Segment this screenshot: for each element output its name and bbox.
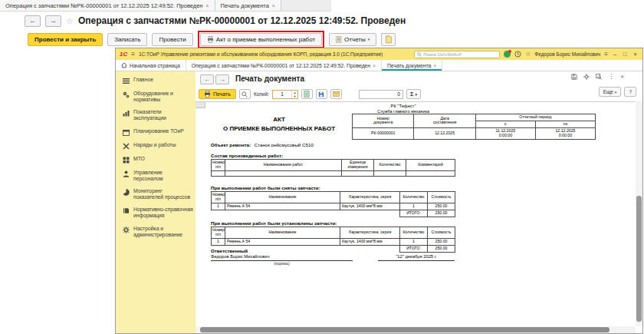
cell-num: 1: [212, 203, 225, 210]
removed-parts-table: Номер п/п Наименование Характеристика, с…: [211, 191, 455, 217]
post-and-close-button[interactable]: Провести и закрыть: [28, 33, 103, 46]
favorites-star-icon[interactable]: ☆: [525, 51, 531, 58]
works-section-label: Состав произведенных работ:: [211, 153, 283, 158]
document-title: Операция с запчастями №РК-00000001 от 12…: [78, 15, 406, 26]
close-icon[interactable]: ×: [373, 63, 376, 68]
sidebar-item-monitoring[interactable]: Мониторинг показателей процессов: [116, 185, 196, 203]
sidebar-item-mto[interactable]: МТО: [116, 153, 196, 167]
outer-tab-operation[interactable]: Операция с запчастями №РК-00000001 от 12…: [0, 0, 215, 11]
close-icon[interactable]: ×: [206, 3, 209, 8]
content-nav: ← →: [200, 74, 229, 84]
settings-gear-icon[interactable]: [583, 74, 590, 80]
maximize-button[interactable]: □: [622, 51, 629, 58]
tab-print-document[interactable]: Печать документа ×: [382, 60, 442, 71]
save-copy-button[interactable]: [316, 89, 327, 99]
total-value: 250.00: [428, 245, 455, 252]
more-button[interactable]: Еще▾: [599, 87, 622, 97]
total-row: ИТОГО: 250.00: [212, 210, 455, 217]
sidebar-item-work-orders[interactable]: Наряды и работы: [116, 139, 196, 153]
book-icon: [123, 207, 130, 214]
write-button[interactable]: Записать: [107, 33, 147, 46]
person-icon: [123, 170, 130, 177]
vertical-scroll-thumb[interactable]: [636, 196, 642, 322]
notifications-icon[interactable]: [504, 51, 511, 58]
sidebar-item-hr[interactable]: Управление персоналом: [116, 167, 196, 185]
forward-button[interactable]: →: [45, 15, 61, 27]
find-icon[interactable]: [596, 74, 602, 80]
help-button[interactable]: ?: [624, 87, 636, 97]
outer-tab-print[interactable]: Печать документа ×: [215, 0, 281, 11]
tab-print-document-label: Печать документа: [387, 63, 431, 68]
sidebar-item-label: Мониторинг показателей процессов: [133, 188, 193, 200]
current-user[interactable]: Федоров Борис Михайлович: [534, 51, 600, 57]
table-row: 1 Ремень А 54 Каучук, 1400 мм*8 мм 1 250…: [212, 203, 455, 210]
responsible-label: Ответственный: [211, 248, 248, 253]
sidebar-item-planning[interactable]: Планирование ТОиР: [116, 125, 196, 139]
window-close-button[interactable]: ×: [632, 51, 639, 58]
envelope-icon: [333, 91, 340, 97]
close-icon[interactable]: ×: [272, 3, 275, 8]
page-setup-button[interactable]: [301, 89, 313, 99]
sidebar-item-main[interactable]: Главное: [116, 74, 196, 88]
calendar-icon: [123, 129, 130, 136]
preview-button[interactable]: [239, 89, 251, 99]
minimize-button[interactable]: –: [612, 51, 618, 58]
horizontal-scrollbar[interactable]: [196, 326, 636, 333]
col-header: Количество: [400, 192, 428, 203]
yellow-file-icon: [385, 35, 393, 44]
form-close-button[interactable]: ×: [620, 74, 624, 80]
outer-tab-print-label: Печать документа: [221, 2, 269, 9]
cell-name: Ремень А 54: [225, 238, 340, 245]
reports-button[interactable]: Отчеты ▾: [329, 33, 376, 46]
back-button[interactable]: ←: [200, 74, 214, 84]
sidebar-item-label: Планирование ТОиР: [133, 128, 184, 134]
act-print-button[interactable]: Акт о приемке выполненных работ: [200, 33, 322, 46]
pie-chart-icon: [123, 189, 130, 196]
horizontal-scroll-thumb[interactable]: [200, 327, 610, 332]
cell-qty: 1: [400, 238, 428, 245]
window-titlebar: 1С ≡ 1С:ТОиР Управление ремонтами и обсл…: [116, 48, 642, 60]
back-button[interactable]: ←: [25, 15, 41, 27]
more-dots-icon[interactable]: ⋮: [608, 74, 614, 80]
cell-spec: Каучук, 1400 мм*8 мм: [340, 238, 400, 245]
vertical-scrollbar[interactable]: [636, 101, 642, 326]
save-icon[interactable]: [571, 74, 577, 80]
col-header: Количество: [374, 160, 406, 171]
copies-stepper[interactable]: 1 ▲▼: [272, 90, 298, 99]
post-button[interactable]: Провести: [152, 33, 192, 46]
outer-nav-row: ← → ☆ Операция с запчастями №РК-00000001…: [25, 14, 406, 28]
tools-icon: [123, 143, 130, 150]
service-menu-icon[interactable]: ≡: [604, 51, 608, 58]
forward-button[interactable]: →: [215, 74, 229, 84]
print-preview-area[interactable]: РК "Тефест" Служба главного механика Ном…: [196, 101, 636, 326]
sidebar-item-kpi[interactable]: Показатели эксплуатации: [116, 106, 196, 124]
sum-field[interactable]: 0: [359, 90, 403, 99]
tab-operation[interactable]: Операция с запчастями №РК-00000001 от 12…: [186, 60, 382, 71]
stepper-down-icon[interactable]: ▼: [292, 94, 297, 98]
sum-button[interactable]: Σ▾: [406, 89, 421, 99]
tab-home[interactable]: Начальная страница: [116, 60, 186, 71]
main-menu-icon[interactable]: ≡: [131, 51, 135, 58]
sidebar-item-reference[interactable]: Нормативно-справочная информация: [116, 203, 196, 222]
table-row: 1 Ремень А 54 Каучук, 1400 мм*8 мм 1 250…: [212, 238, 455, 245]
signature-hint: (подпись): [211, 262, 353, 266]
magnifier-icon: [242, 91, 248, 98]
outer-tab-operation-label: Операция с запчастями №РК-00000001 от 12…: [5, 2, 203, 9]
sidebar-item-equipment[interactable]: Оборудование и нормативы: [116, 88, 196, 106]
organization-name: РК "Тефест": [352, 104, 455, 109]
close-icon[interactable]: ×: [433, 63, 436, 68]
report-file-icon: [336, 36, 342, 43]
sidebar-item-administration[interactable]: Настройка и администрирование: [116, 223, 196, 241]
send-email-button[interactable]: [330, 89, 342, 99]
grid-icon: [123, 157, 130, 164]
more-row: Еще▾ ?: [599, 87, 636, 97]
header-cell: Отчетный период: [475, 114, 595, 121]
history-clock-icon[interactable]: [514, 51, 521, 58]
favorite-star-icon[interactable]: ☆: [66, 16, 74, 26]
form-window-icons: ⋮ ×: [571, 74, 624, 80]
print-button[interactable]: Печать: [199, 89, 236, 99]
attachment-button[interactable]: [381, 33, 396, 46]
sidebar-item-label: Показатели эксплуатации: [133, 109, 193, 121]
global-search-input[interactable]: Поиск Ctrl+Shift+F: [414, 51, 500, 58]
period-from: 11.12.2025 0:00:00: [475, 127, 535, 139]
